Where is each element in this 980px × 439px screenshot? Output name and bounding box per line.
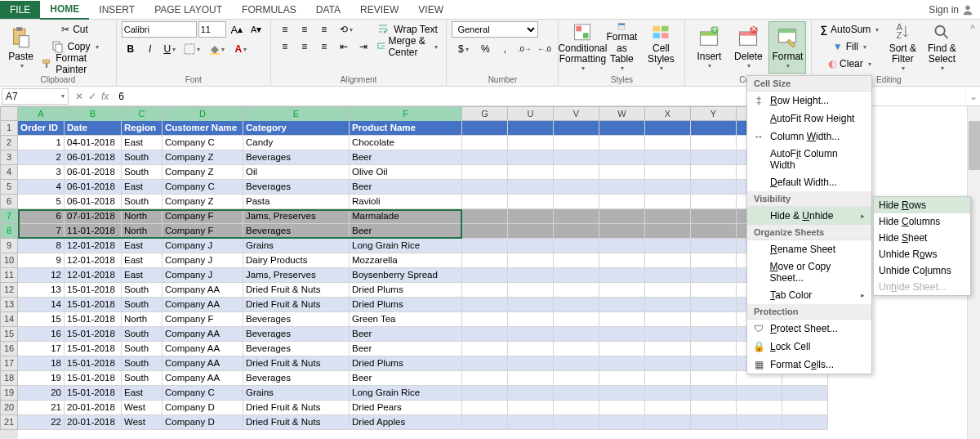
bold-button[interactable]: B	[122, 41, 140, 57]
cell[interactable]	[645, 180, 691, 195]
align-top-button[interactable]: ≡	[276, 21, 294, 38]
increase-decimal-button[interactable]: .0→	[515, 41, 533, 57]
underline-button[interactable]: U▾	[161, 41, 179, 57]
row-header-4[interactable]: 4	[0, 165, 18, 180]
collapse-ribbon-button[interactable]: ^	[965, 20, 980, 86]
cell[interactable]	[554, 268, 599, 283]
cell[interactable]	[462, 401, 508, 415]
cell[interactable]	[599, 401, 645, 415]
cell[interactable]: Company F	[163, 209, 243, 224]
cell[interactable]	[691, 386, 737, 401]
accounting-format-button[interactable]: $▾	[452, 41, 474, 57]
cell[interactable]	[691, 312, 737, 327]
cell[interactable]	[462, 239, 508, 253]
cell[interactable]: 7	[18, 224, 65, 239]
scrollbar-thumb[interactable]	[969, 121, 980, 170]
align-right-button[interactable]: ≡	[315, 38, 333, 55]
cell[interactable]	[645, 312, 691, 327]
cell[interactable]	[599, 371, 645, 386]
submenu-hide-columns[interactable]: Hide Columns	[874, 213, 970, 230]
cell[interactable]	[737, 415, 782, 430]
cell[interactable]	[691, 283, 737, 298]
cell[interactable]	[462, 150, 508, 165]
merge-center-button[interactable]: Merge & Center▾	[374, 38, 442, 55]
font-color-button[interactable]: A▾	[229, 41, 252, 57]
cell[interactable]: Beverages	[243, 150, 350, 165]
cell[interactable]: Beer	[350, 342, 462, 356]
cell[interactable]	[554, 136, 599, 150]
fill-button[interactable]: ▼Fill▾	[817, 38, 882, 55]
cell[interactable]	[599, 312, 645, 327]
cell[interactable]: Company J	[163, 253, 243, 268]
column-header-A[interactable]: A	[18, 106, 65, 123]
cell[interactable]: 15-01-2018	[65, 283, 122, 298]
row-header-7[interactable]: 7	[0, 209, 18, 224]
cell[interactable]	[599, 283, 645, 298]
cell[interactable]	[645, 268, 691, 283]
cell[interactable]: 22	[18, 415, 65, 430]
cell[interactable]: Customer Name	[163, 121, 243, 136]
cell[interactable]	[599, 356, 645, 371]
cell[interactable]	[462, 165, 508, 180]
cell[interactable]: North	[122, 312, 163, 327]
cell[interactable]	[645, 356, 691, 371]
cell[interactable]	[508, 195, 554, 209]
cell[interactable]	[691, 327, 737, 342]
align-left-button[interactable]: ≡	[276, 38, 294, 55]
cell[interactable]: 07-01-2018	[65, 209, 122, 224]
cell[interactable]	[599, 253, 645, 268]
format-as-table-button[interactable]: Format as Table▾	[603, 21, 640, 74]
cell[interactable]	[691, 253, 737, 268]
cell[interactable]	[691, 356, 737, 371]
sign-in[interactable]: Sign in	[922, 1, 980, 19]
cell[interactable]: 15-01-2018	[65, 371, 122, 386]
cell[interactable]: 8	[18, 239, 65, 253]
font-size-select[interactable]	[198, 21, 226, 38]
cell[interactable]	[599, 268, 645, 283]
cell[interactable]	[508, 268, 554, 283]
cell[interactable]: East	[122, 239, 163, 253]
cell[interactable]: Beverages	[243, 371, 350, 386]
row-header-18[interactable]: 18	[0, 371, 18, 386]
cell[interactable]: East	[122, 268, 163, 283]
cell[interactable]	[599, 239, 645, 253]
autosum-button[interactable]: ∑AutoSum▾	[817, 21, 882, 38]
cell[interactable]: Company J	[163, 268, 243, 283]
cell[interactable]	[599, 224, 645, 239]
cell[interactable]: Beverages	[243, 180, 350, 195]
tab-file[interactable]: FILE	[0, 1, 40, 19]
cell[interactable]: 3	[18, 165, 65, 180]
cell[interactable]	[599, 298, 645, 312]
cell[interactable]	[645, 283, 691, 298]
align-center-button[interactable]: ≡	[296, 38, 314, 55]
column-header-F[interactable]: F	[350, 106, 462, 123]
cell[interactable]	[508, 342, 554, 356]
column-header-G[interactable]: G	[462, 106, 508, 121]
cell[interactable]	[645, 224, 691, 239]
cell[interactable]	[645, 136, 691, 150]
cell[interactable]: Beer	[350, 180, 462, 195]
cell[interactable]	[508, 209, 554, 224]
cell[interactable]	[599, 180, 645, 195]
clear-button[interactable]: ◐Clear▾	[817, 56, 882, 72]
cell[interactable]	[462, 253, 508, 268]
cell[interactable]	[691, 224, 737, 239]
cell[interactable]	[691, 195, 737, 209]
cell[interactable]	[599, 209, 645, 224]
align-middle-button[interactable]: ≡	[296, 21, 314, 38]
cell[interactable]	[508, 371, 554, 386]
cell[interactable]	[691, 165, 737, 180]
cell[interactable]	[508, 386, 554, 401]
cell[interactable]: South	[122, 195, 163, 209]
cell[interactable]: Company D	[163, 401, 243, 415]
cell[interactable]: Ravioli	[350, 195, 462, 209]
cell[interactable]: Beverages	[243, 327, 350, 342]
cell[interactable]: 06-01-2018	[65, 150, 122, 165]
cell[interactable]: 14	[18, 298, 65, 312]
increase-font-button[interactable]: A▴	[228, 21, 246, 38]
column-header-U[interactable]: U	[508, 106, 554, 121]
cell[interactable]	[462, 356, 508, 371]
row-header-3[interactable]: 3	[0, 150, 18, 165]
number-format-select[interactable]: General	[452, 21, 538, 38]
expand-formula-bar-button[interactable]: ⌄	[965, 91, 980, 102]
